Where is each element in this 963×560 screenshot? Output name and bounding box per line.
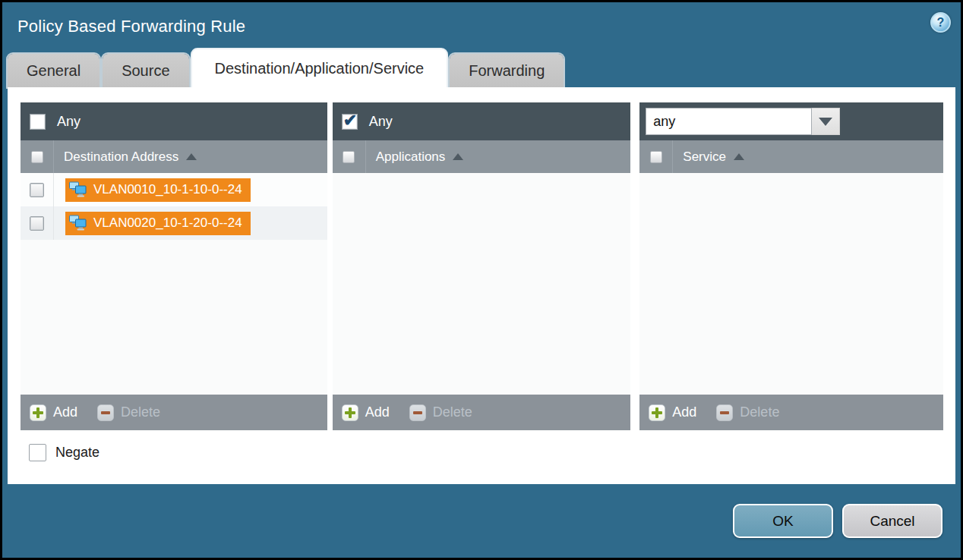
service-delete-button[interactable]: Delete xyxy=(716,404,779,421)
tab-forwarding[interactable]: Forwarding xyxy=(450,54,564,87)
plus-icon xyxy=(342,404,358,421)
destination-list: VLAN0010_10-1-10-0--24 xyxy=(21,173,327,395)
dialog-titlebar: Policy Based Forwarding Rule ? xyxy=(2,2,961,49)
service-panel: any Service xyxy=(639,102,943,430)
tab-general[interactable]: General xyxy=(8,54,99,87)
service-dropdown-bar: any xyxy=(639,102,943,140)
help-icon[interactable]: ? xyxy=(930,12,951,33)
add-label: Add xyxy=(53,404,77,420)
cancel-button[interactable]: Cancel xyxy=(842,504,942,538)
tab-destination-application-service[interactable]: Destination/Application/Service xyxy=(192,49,447,87)
sort-ascending-icon xyxy=(734,153,744,160)
service-dropdown-button[interactable] xyxy=(812,108,840,135)
destination-select-all-cell xyxy=(21,140,54,173)
address-object-chip[interactable]: VLAN0010_10-1-10-0--24 xyxy=(65,178,251,202)
pbf-rule-dialog: Policy Based Forwarding Rule ? General S… xyxy=(2,2,961,558)
negate-row: Negate xyxy=(29,444,943,461)
service-footer: Add Delete xyxy=(639,395,943,430)
applications-delete-button[interactable]: Delete xyxy=(409,404,472,421)
applications-panel: Any Applications Add xyxy=(333,102,631,430)
delete-label: Delete xyxy=(740,404,779,420)
applications-any-label: Any xyxy=(369,114,393,130)
service-list xyxy=(639,173,943,395)
destination-add-button[interactable]: Add xyxy=(30,404,77,421)
applications-select-all-cell xyxy=(333,140,366,173)
applications-select-all-checkbox[interactable] xyxy=(343,151,355,163)
service-select-all-checkbox[interactable] xyxy=(650,151,662,163)
negate-checkbox[interactable] xyxy=(29,444,46,461)
service-select-all-cell xyxy=(639,140,673,173)
service-table-header: Service xyxy=(639,140,943,173)
destination-any-checkbox[interactable] xyxy=(30,114,46,130)
applications-column-header[interactable]: Applications xyxy=(376,149,446,165)
add-label: Add xyxy=(365,404,390,420)
destination-footer: Add Delete xyxy=(21,395,327,430)
dialog-title: Policy Based Forwarding Rule xyxy=(17,17,245,36)
applications-any-checkbox[interactable] xyxy=(342,114,358,130)
row-checkbox[interactable] xyxy=(30,183,44,197)
address-object-label: VLAN0020_10-1-20-0--24 xyxy=(93,216,242,231)
destination-address-panel: Any Destination Address xyxy=(21,102,327,430)
address-object-label: VLAN0010_10-1-10-0--24 xyxy=(93,182,242,197)
chevron-down-icon xyxy=(819,118,832,126)
minus-icon xyxy=(716,404,733,421)
applications-list xyxy=(333,173,631,395)
service-dropdown[interactable]: any xyxy=(646,108,840,135)
service-add-button[interactable]: Add xyxy=(649,404,696,421)
negate-label: Negate xyxy=(55,445,99,461)
applications-any-bar: Any xyxy=(333,102,631,140)
row-checkbox[interactable] xyxy=(30,216,44,231)
tab-content: Any Destination Address xyxy=(8,87,955,484)
destination-any-bar: Any xyxy=(21,102,327,140)
address-object-chip[interactable]: VLAN0020_10-1-20-0--24 xyxy=(65,212,251,235)
tab-bar: General Source Destination/Application/S… xyxy=(8,49,564,87)
applications-table-header: Applications xyxy=(333,140,631,173)
dialog-actions: OK Cancel xyxy=(733,504,942,538)
network-address-icon xyxy=(68,181,88,198)
tab-source[interactable]: Source xyxy=(103,54,188,87)
ok-button[interactable]: OK xyxy=(733,504,833,538)
sort-ascending-icon xyxy=(453,153,463,160)
destination-select-all-checkbox[interactable] xyxy=(31,151,43,163)
sort-ascending-icon xyxy=(186,153,197,160)
network-address-icon xyxy=(68,215,88,231)
service-dropdown-value[interactable]: any xyxy=(646,108,812,135)
destination-table-header: Destination Address xyxy=(21,140,327,173)
service-column-header[interactable]: Service xyxy=(683,149,726,165)
add-label: Add xyxy=(672,404,696,420)
delete-label: Delete xyxy=(121,404,160,420)
row-checkbox-cell xyxy=(21,173,54,206)
applications-footer: Add Delete xyxy=(333,395,631,430)
delete-label: Delete xyxy=(433,404,472,420)
minus-icon xyxy=(409,404,426,421)
destination-delete-button[interactable]: Delete xyxy=(97,404,160,421)
destination-column-header[interactable]: Destination Address xyxy=(64,149,178,165)
panel-columns: Any Destination Address xyxy=(21,102,943,430)
minus-icon xyxy=(97,404,114,421)
plus-icon xyxy=(30,404,46,421)
destination-any-label: Any xyxy=(57,114,81,130)
plus-icon xyxy=(649,404,665,421)
applications-add-button[interactable]: Add xyxy=(342,404,390,421)
destination-row-vlan0010[interactable]: VLAN0010_10-1-10-0--24 xyxy=(21,173,327,206)
destination-row-vlan0020[interactable]: VLAN0020_10-1-20-0--24 xyxy=(21,206,327,240)
row-checkbox-cell xyxy=(21,206,54,240)
